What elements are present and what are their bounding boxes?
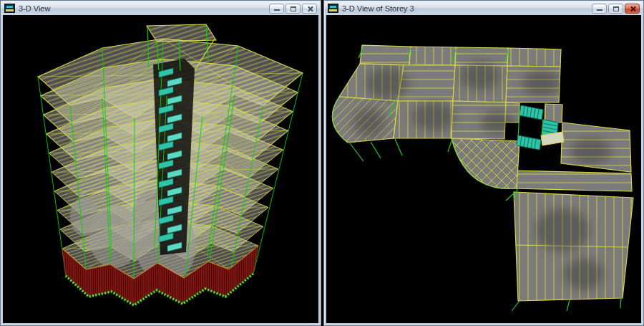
mdi-desktop: 3-D View	[0, 0, 644, 326]
building-model-icon	[4, 4, 15, 13]
minimize-button[interactable]	[269, 4, 284, 14]
titlebar-storey-3[interactable]: 3-D View of Storey 3	[325, 1, 643, 15]
minimize-button[interactable]	[592, 4, 607, 14]
restore-icon	[291, 6, 296, 11]
minimize-icon	[597, 9, 602, 11]
close-icon	[633, 6, 633, 12]
window-controls	[592, 4, 640, 14]
close-button[interactable]	[302, 4, 317, 14]
minimize-icon	[274, 9, 280, 11]
close-button[interactable]	[625, 4, 640, 14]
restore-icon	[613, 6, 619, 11]
window-controls	[269, 4, 317, 14]
restore-button[interactable]	[286, 4, 301, 14]
titlebar-3d-view[interactable]: 3-D View	[1, 1, 320, 15]
building-model-icon	[328, 4, 338, 13]
window-3d-view[interactable]: 3-D View	[0, 0, 321, 326]
window-3d-view-storey-3[interactable]: 3-D View of Storey 3	[323, 0, 644, 326]
window-title: 3-D View	[19, 4, 265, 13]
window-title: 3-D View of Storey 3	[342, 4, 588, 13]
3d-view-canvas[interactable]	[3, 15, 318, 323]
storey-plan-canvas[interactable]	[326, 15, 641, 323]
close-icon	[310, 6, 311, 12]
restore-button[interactable]	[608, 4, 623, 14]
